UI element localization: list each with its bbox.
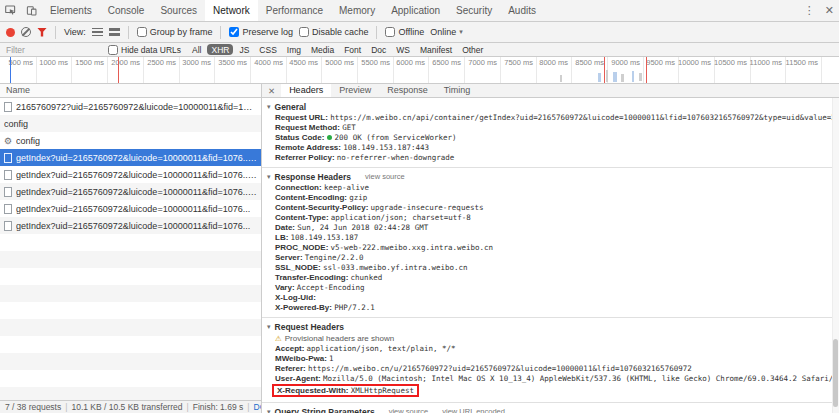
- filter-input[interactable]: [6, 45, 101, 55]
- header-name: Content-Security-Policy:: [275, 203, 368, 212]
- inspect-element-icon[interactable]: [0, 5, 21, 16]
- tab-audits[interactable]: Audits: [500, 0, 544, 21]
- request-row[interactable]: 2165760972?uid=2165760972&luicode=100000…: [0, 98, 261, 115]
- headers-section: ▾Request Headers⚠Provisional headers are…: [262, 317, 839, 402]
- header-name: X-Powered-By:: [275, 303, 332, 312]
- section-header[interactable]: ▾Request Headers: [262, 320, 839, 333]
- section-header[interactable]: ▾General: [262, 100, 839, 113]
- device-toolbar-icon[interactable]: [21, 5, 42, 16]
- filter-type-media[interactable]: Media: [307, 44, 338, 55]
- network-main-area: Name 2165760972?uid=2165760972&luicode=1…: [0, 84, 839, 413]
- close-icon[interactable]: ✕: [820, 0, 839, 21]
- section-header[interactable]: ▾Response Headersview source: [262, 170, 839, 183]
- header-row: X-Requested-With: XMLHttpRequest: [262, 384, 839, 398]
- tab-sources[interactable]: Sources: [152, 0, 205, 21]
- view-source-link[interactable]: view source: [389, 407, 429, 413]
- request-name: getIndex?uid=2165760972&luicode=10000011…: [16, 153, 257, 163]
- timeline-activity-bar: [598, 73, 601, 82]
- preserve-log-checkbox[interactable]: Preserve log: [229, 27, 293, 37]
- summary-stat: 10.1 KB / 10.5 KB transferred: [71, 402, 182, 412]
- scrollbar[interactable]: [832, 98, 839, 413]
- request-row[interactable]: getIndex?uid=2165760972&luicode=10000011…: [0, 166, 261, 183]
- scrollbar-thumb[interactable]: [833, 339, 838, 407]
- kebab-menu-icon[interactable]: ⋮: [799, 0, 820, 21]
- header-row: Content-Type: application/json; charset=…: [262, 213, 839, 223]
- filter-icon[interactable]: [37, 28, 47, 37]
- disclosure-triangle-icon[interactable]: ▾: [267, 173, 271, 181]
- request-row[interactable]: config: [0, 115, 261, 132]
- header-value: 108.149.153.187:443: [343, 143, 429, 152]
- filter-type-manifest[interactable]: Manifest: [416, 44, 456, 55]
- tab-security[interactable]: Security: [448, 0, 500, 21]
- warning-icon: ⚠: [275, 334, 282, 343]
- header-row: Accept: application/json, text/plain, */…: [262, 344, 839, 354]
- detail-tab-response[interactable]: Response: [379, 84, 436, 97]
- record-button[interactable]: [6, 28, 15, 37]
- filter-type-ws[interactable]: WS: [392, 44, 414, 55]
- request-row[interactable]: getIndex?uid=2165760972&luicode=10000011…: [0, 183, 261, 200]
- filter-type-img[interactable]: Img: [283, 44, 305, 55]
- hide-data-urls-box[interactable]: [108, 45, 118, 55]
- detail-tab-timing[interactable]: Timing: [436, 84, 479, 97]
- request-row[interactable]: getIndex?uid=2165760972&luicode=10000011…: [0, 217, 261, 234]
- hide-data-urls-checkbox[interactable]: Hide data URLs: [108, 45, 181, 55]
- filter-type-other[interactable]: Other: [458, 44, 487, 55]
- filter-type-doc[interactable]: Doc: [367, 44, 390, 55]
- tab-memory[interactable]: Memory: [331, 0, 383, 21]
- group-by-frame-checkbox[interactable]: Group by frame: [137, 27, 213, 37]
- network-toolbar: View: Group by frame Preserve log Disabl…: [0, 22, 839, 43]
- summary-stat: DOMContentLoaded: 136 ms: [254, 402, 262, 412]
- tab-network[interactable]: Network: [205, 0, 258, 21]
- headers-section: ▾Query String Parametersview sourceview …: [262, 402, 839, 413]
- throttling-value: Online: [430, 27, 456, 37]
- header-row: Request Method: GET: [262, 123, 839, 133]
- gear-icon: ⚙: [4, 136, 12, 146]
- list-view-icon[interactable]: [92, 28, 103, 36]
- disclosure-triangle-icon[interactable]: ▾: [267, 408, 271, 413]
- disclosure-triangle-icon[interactable]: ▾: [267, 323, 271, 331]
- request-row[interactable]: getIndex?uid=2165760972&luicode=10000011…: [0, 200, 261, 217]
- headers-section: ▾GeneralRequest URL: https://m.weibo.cn/…: [262, 100, 839, 167]
- request-row[interactable]: getIndex?uid=2165760972&luicode=10000011…: [0, 149, 261, 166]
- offline-checkbox[interactable]: Offline: [385, 27, 424, 37]
- offline-box[interactable]: [385, 27, 395, 37]
- header-row: SSL_NODE: ssl-033.mweibo.yf.intra.weibo.…: [262, 263, 839, 273]
- close-details-icon[interactable]: ✕: [262, 86, 281, 96]
- filter-type-font[interactable]: Font: [340, 44, 365, 55]
- section-title: Response Headers: [275, 172, 352, 182]
- group-by-frame-box[interactable]: [137, 27, 147, 37]
- tab-elements[interactable]: Elements: [42, 0, 100, 21]
- detail-tab-headers[interactable]: Headers: [281, 84, 331, 97]
- timeline-ruler[interactable]: 500 ms1000 ms1500 ms2000 ms2500 ms3000 m…: [0, 57, 839, 84]
- timeline-gridline: [821, 57, 822, 83]
- filter-type-css[interactable]: CSS: [255, 44, 280, 55]
- header-value: v5-web-222.mweibo.xxg.intra.weibo.cn: [331, 243, 494, 252]
- column-header-name[interactable]: Name: [0, 84, 261, 98]
- tab-performance[interactable]: Performance: [258, 0, 331, 21]
- view-source-link[interactable]: view source: [365, 172, 405, 181]
- preserve-log-box[interactable]: [229, 27, 239, 37]
- tab-application[interactable]: Application: [383, 0, 448, 21]
- disable-cache-checkbox[interactable]: Disable cache: [299, 27, 369, 37]
- throttling-select[interactable]: Online ▾: [430, 27, 463, 37]
- clear-button[interactable]: [21, 27, 31, 37]
- header-value: Mozilla/5.0 (Macintosh; Intel Mac OS X 1…: [323, 374, 839, 383]
- large-rows-icon[interactable]: [109, 28, 120, 36]
- detail-tab-preview[interactable]: Preview: [331, 84, 379, 97]
- view-source-link[interactable]: view URL encoded: [442, 407, 505, 413]
- section-header[interactable]: ▾Query String Parametersview sourceview …: [262, 405, 839, 413]
- header-row: Date: Sun, 24 Jun 2018 02:44:28 GMT: [262, 223, 839, 233]
- header-value: application/json; charset=utf-8: [331, 213, 471, 222]
- filter-type-xhr[interactable]: XHR: [207, 44, 233, 55]
- disable-cache-box[interactable]: [299, 27, 309, 37]
- header-value: application/json, text/plain, */*: [307, 344, 456, 353]
- header-name: Date:: [275, 223, 295, 232]
- status-ok-icon: [327, 135, 332, 140]
- disclosure-triangle-icon[interactable]: ▾: [267, 103, 271, 111]
- offline-label: Offline: [398, 27, 424, 37]
- filter-type-all[interactable]: All: [188, 44, 205, 55]
- header-name: Content-Encoding:: [275, 193, 347, 202]
- request-row[interactable]: ⚙config: [0, 132, 261, 149]
- tab-console[interactable]: Console: [100, 0, 153, 21]
- filter-type-js[interactable]: JS: [235, 44, 253, 55]
